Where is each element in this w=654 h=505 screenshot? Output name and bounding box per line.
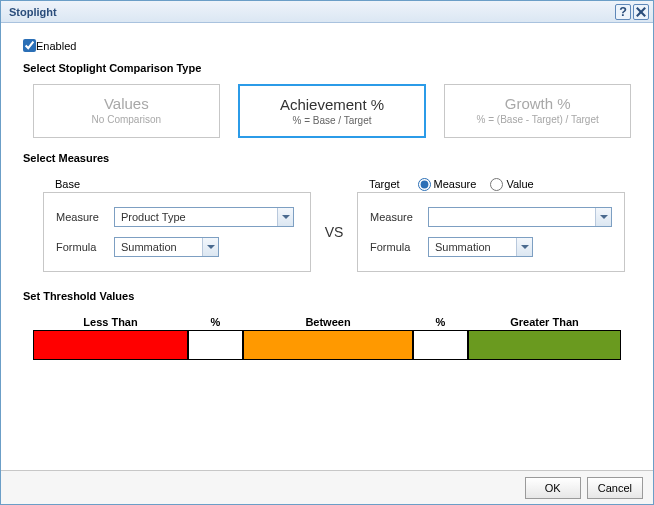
target-formula-value: Summation (435, 241, 491, 253)
vs-label: VS (311, 174, 357, 272)
svg-marker-5 (600, 215, 608, 219)
threshold-pct1-input[interactable] (193, 331, 238, 359)
section-measures: Select Measures (23, 152, 631, 164)
base-measure-label: Measure (56, 211, 114, 223)
target-formula-select[interactable]: Summation (428, 237, 533, 257)
threshold-pct1-box (188, 330, 243, 360)
type-growth-subtitle: % = (Base - Target) / Target (451, 114, 624, 125)
threshold-pct1-label: % (188, 316, 243, 328)
chevron-down-icon (277, 208, 293, 226)
threshold-low-swatch (33, 330, 188, 360)
target-radio-measure-input[interactable] (418, 178, 431, 191)
dialog-title: Stoplight (9, 6, 613, 18)
cancel-button[interactable]: Cancel (587, 477, 643, 499)
section-comparison-type: Select Stoplight Comparison Type (23, 62, 631, 74)
threshold-pct2-box (413, 330, 468, 360)
base-title: Base (55, 178, 80, 190)
ok-button[interactable]: OK (525, 477, 581, 499)
chevron-down-icon (202, 238, 218, 256)
dialog-footer: OK Cancel (1, 470, 653, 504)
target-radio-measure[interactable]: Measure (418, 178, 477, 191)
svg-marker-4 (207, 245, 215, 249)
help-button[interactable]: ? (615, 4, 631, 20)
threshold-between-label: Between (243, 316, 413, 328)
stoplight-dialog: Stoplight ? Enabled Select Stoplight Com… (0, 0, 654, 505)
threshold-pct2-label: % (413, 316, 468, 328)
chevron-down-icon (516, 238, 532, 256)
close-button[interactable] (633, 4, 649, 20)
chevron-down-icon (595, 208, 611, 226)
base-formula-label: Formula (56, 241, 114, 253)
enabled-checkbox[interactable] (23, 39, 36, 52)
threshold-pct2-input[interactable] (418, 331, 463, 359)
base-measure-box: Base Measure Product Type Formula Summat… (43, 174, 311, 272)
type-values-card[interactable]: Values No Comparison (33, 84, 220, 138)
threshold-greater-label: Greater Than (468, 316, 621, 328)
type-achievement-subtitle: % = Base / Target (246, 115, 419, 126)
target-title: Target (369, 178, 400, 190)
target-measure-select[interactable] (428, 207, 612, 227)
type-values-title: Values (40, 95, 213, 112)
target-radio-value[interactable]: Value (490, 178, 533, 191)
svg-text:?: ? (619, 5, 627, 19)
titlebar: Stoplight ? (1, 1, 653, 23)
base-measure-select[interactable]: Product Type (114, 207, 294, 227)
base-formula-select[interactable]: Summation (114, 237, 219, 257)
threshold-high-swatch (468, 330, 621, 360)
type-achievement-title: Achievement % (246, 96, 419, 113)
threshold-less-label: Less Than (33, 316, 188, 328)
base-measure-value: Product Type (121, 211, 186, 223)
threshold-mid-swatch (243, 330, 413, 360)
type-growth-card[interactable]: Growth % % = (Base - Target) / Target (444, 84, 631, 138)
base-formula-value: Summation (121, 241, 177, 253)
type-achievement-card[interactable]: Achievement % % = Base / Target (238, 84, 427, 138)
target-measure-label: Measure (370, 211, 428, 223)
svg-marker-3 (282, 215, 290, 219)
svg-marker-6 (521, 245, 529, 249)
target-radio-value-input[interactable] (490, 178, 503, 191)
type-growth-title: Growth % (451, 95, 624, 112)
enabled-label: Enabled (36, 40, 76, 52)
target-measure-box: Target Measure Value Measur (357, 174, 625, 272)
section-threshold: Set Threshold Values (23, 290, 631, 302)
target-formula-label: Formula (370, 241, 428, 253)
type-values-subtitle: No Comparison (40, 114, 213, 125)
comparison-type-group: Values No Comparison Achievement % % = B… (33, 84, 631, 138)
